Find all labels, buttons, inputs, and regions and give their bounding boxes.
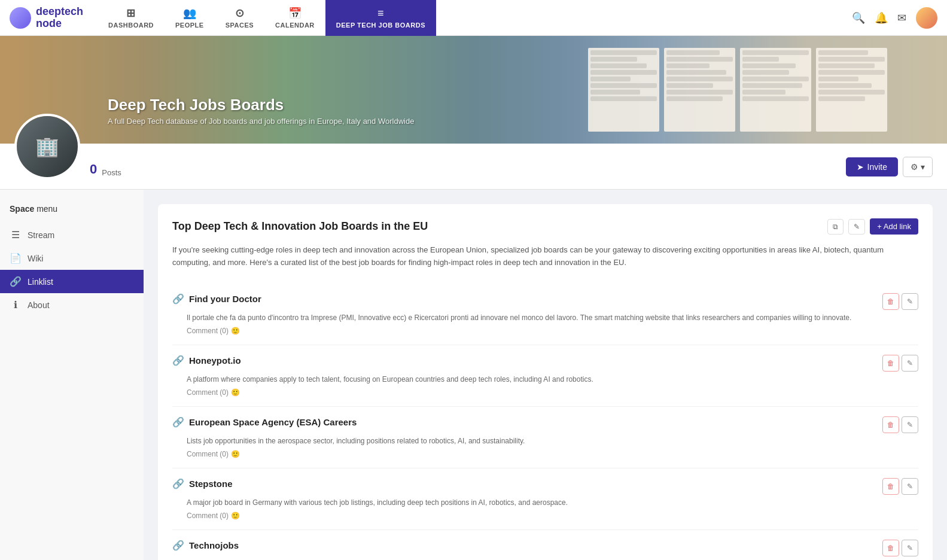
link-edit-button[interactable]: ✎ [902,355,918,372]
link-title[interactable]: Find your Doctor [189,294,261,304]
link-external-icon: 🔗 [172,540,184,551]
link-actions-row: Comment (0) 🙂 [187,388,918,397]
nav-right: 🔍 🔔 ✉ [852,7,937,29]
search-icon[interactable]: 🔍 [852,11,865,25]
space-avatar-wrap: 🏢 [14,114,80,179]
banner-title: Deep Tech Jobs Boards [108,96,414,114]
profile-stats: 0 Posts [90,162,121,179]
link-edit-button[interactable]: ✎ [902,293,918,310]
link-title-row: 🔗 Stepstone [172,478,233,489]
nav-items: ⊞ DASHBOARD 👥 PEOPLE ⊙ SPACES 📅 CALENDAR… [98,0,852,36]
link-external-icon: 🔗 [172,293,184,305]
nav-spaces[interactable]: ⊙ SPACES [215,0,264,36]
comment-label: Comment (0) [187,388,229,397]
sidebar-item-wiki[interactable]: 📄 Wiki [0,246,144,270]
link-edit-button[interactable]: ✎ [902,478,918,495]
link-item: 🔗 Find your Doctor 🗑 ✎ Il portale che fa… [172,284,918,345]
sidebar-item-linklist[interactable]: 🔗 Linklist [0,270,144,293]
logo-text: deeptech node [36,6,83,30]
link-title[interactable]: European Space Agency (ESA) Careers [189,417,357,427]
link-list: 🔗 Find your Doctor 🗑 ✎ Il portale che fa… [172,284,918,560]
messages-icon[interactable]: ✉ [897,11,906,25]
linklist-icon: 🔗 [10,276,22,287]
link-title[interactable]: Honeypot.io [189,355,241,366]
emoji-icon[interactable]: 🙂 [231,327,240,335]
wiki-icon: 📄 [10,252,22,264]
topnav: deeptech node ⊞ DASHBOARD 👥 PEOPLE ⊙ SPA… [0,0,947,36]
link-header: 🔗 Find your Doctor 🗑 ✎ [172,293,918,310]
emoji-icon[interactable]: 🙂 [231,512,240,520]
comment-label: Comment (0) [187,512,229,520]
link-external-icon: 🔗 [172,478,184,489]
banner: Deep Tech Jobs Boards A full Deep Tech d… [0,36,947,144]
link-actions-row: Comment (0) 🙂 [187,327,918,335]
link-actions-row: Comment (0) 🙂 [187,450,918,458]
link-title[interactable]: Stepstone [189,479,233,489]
emoji-icon[interactable]: 🙂 [231,388,240,397]
link-item: 🔗 Stepstone 🗑 ✎ A major job board in Ger… [172,468,918,530]
comment-label: Comment (0) [187,327,229,335]
comment-link[interactable]: Comment (0) 🙂 [187,512,240,520]
link-delete-button[interactable]: 🗑 [882,540,899,556]
link-item: 🔗 Honeypot.io 🗑 ✎ A platform where compa… [172,345,918,407]
nav-people[interactable]: 👥 PEOPLE [165,0,215,36]
profile-actions: ➤ Invite ⚙ ▾ [846,157,933,179]
copy-button[interactable]: ⧉ [827,219,844,235]
comment-label: Comment (0) [187,450,229,458]
link-description: A major job board in Germany with variou… [187,497,918,508]
sidebar-item-about[interactable]: ℹ About [0,293,144,316]
banner-text: Deep Tech Jobs Boards A full Deep Tech d… [108,96,414,126]
link-item-actions: 🗑 ✎ [882,355,918,372]
link-item-actions: 🗑 ✎ [882,416,918,433]
comment-link[interactable]: Comment (0) 🙂 [187,388,240,397]
link-title[interactable]: Technojobs [189,540,239,550]
space-avatar-inner: 🏢 [17,116,78,177]
banner-board [588,48,887,132]
spaces-icon: ⊙ [235,7,245,20]
settings-button[interactable]: ⚙ ▾ [903,157,933,177]
link-title-row: 🔗 European Space Agency (ESA) Careers [172,416,357,428]
invite-button[interactable]: ➤ Invite [846,157,898,176]
link-item-actions: 🗑 ✎ [882,293,918,310]
banner-subtitle: A full Deep Tech database of Job boards … [108,117,414,126]
nav-job-boards[interactable]: ≡ DEEP TECH JOB BOARDS [325,0,436,36]
section-actions: ⧉ ✎ + Add link [827,218,918,235]
link-header: 🔗 Technojobs 🗑 ✎ [172,540,918,556]
posts-label: Posts [102,168,121,177]
comment-link[interactable]: Comment (0) 🙂 [187,327,240,335]
link-delete-button[interactable]: 🗑 [882,478,899,495]
content-card: Top Deep Tech & Innovation Job Boards in… [158,204,933,560]
link-description: Lists job opportunities in the aerospace… [187,436,918,446]
dashboard-icon: ⊞ [126,7,136,20]
link-delete-button[interactable]: 🗑 [882,293,899,310]
add-link-button[interactable]: + Add link [870,218,918,235]
nav-dashboard[interactable]: ⊞ DASHBOARD [98,0,165,36]
link-item-actions: 🗑 ✎ [882,540,918,556]
notifications-icon[interactable]: 🔔 [875,11,888,25]
emoji-icon[interactable]: 🙂 [231,450,240,458]
send-icon: ➤ [857,162,864,172]
user-avatar[interactable] [916,7,937,29]
nav-calendar[interactable]: 📅 CALENDAR [264,0,325,36]
main-content: Top Deep Tech & Innovation Job Boards in… [144,190,947,560]
link-edit-button[interactable]: ✎ [902,540,918,556]
comment-link[interactable]: Comment (0) 🙂 [187,450,240,458]
section-header: Top Deep Tech & Innovation Job Boards in… [172,218,918,235]
section-description: If you're seeking cutting-edge roles in … [172,244,918,269]
link-item: 🔗 Technojobs 🗑 ✎ A UK-based job board fe… [172,530,918,560]
link-external-icon: 🔗 [172,355,184,366]
link-edit-button[interactable]: ✎ [902,416,918,433]
link-header: 🔗 Honeypot.io 🗑 ✎ [172,355,918,372]
logo-avatar [10,7,31,29]
link-title-row: 🔗 Technojobs [172,540,239,551]
edit-section-button[interactable]: ✎ [848,219,865,235]
banner-scene: Deep Tech Jobs Boards A full Deep Tech d… [0,36,947,144]
link-delete-button[interactable]: 🗑 [882,355,899,372]
link-delete-button[interactable]: 🗑 [882,416,899,433]
section-title: Top Deep Tech & Innovation Job Boards in… [172,220,428,233]
link-description: Il portale che fa da punto d'incontro tr… [187,312,918,323]
sidebar-item-stream[interactable]: ☰ Stream [0,223,144,246]
sidebar: Space menu ☰ Stream 📄 Wiki 🔗 Linklist ℹ … [0,190,144,560]
sidebar-title: Space menu [0,199,144,223]
link-title-row: 🔗 Find your Doctor [172,293,261,305]
